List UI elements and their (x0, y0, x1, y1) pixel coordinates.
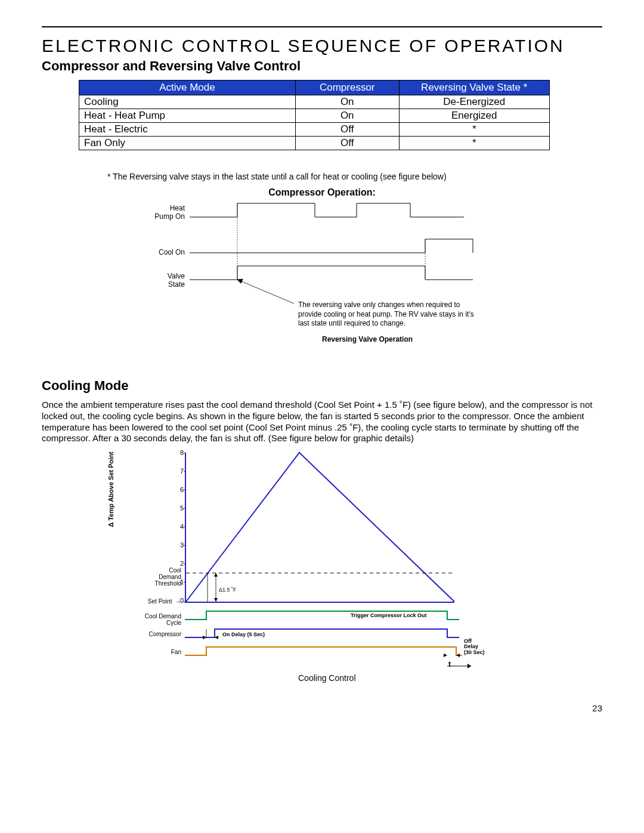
table-row: Heat - Electric Off * (79, 123, 550, 137)
cooling-mode-body: Once the ambient temperature rises past … (42, 400, 602, 444)
table-header-compressor: Compressor (295, 80, 399, 95)
fig2-label-set-point: Set Point → (137, 598, 181, 605)
figure1-title: Compressor Operation: (42, 187, 602, 198)
fig2-t-label: t (448, 660, 451, 668)
figure-cooling-control: Δ Temp Above Set Point 0 1 2 3 4 5 6 7 8 (137, 453, 507, 691)
fig2-off-delay-label: OffDelay(30 Sec) (464, 639, 485, 655)
fig1-label-heat-pump: HeatPump On (143, 204, 185, 221)
valve-control-table: Active Mode Compressor Reversing Valve S… (79, 80, 550, 150)
svg-marker-10 (203, 636, 206, 639)
section-title-compressor-valve: Compressor and Reversing Valve Control (42, 58, 602, 74)
fig2-label-fan: Fan (137, 649, 181, 655)
page-title: ELECTRONIC CONTROL SEQUENCE OF OPERATION (42, 36, 602, 56)
svg-line-2 (237, 280, 294, 304)
table-row: Heat - Heat Pump On Energized (79, 109, 550, 123)
page-number: 23 (42, 703, 602, 713)
table-row: Cooling On De-Energized (79, 95, 550, 109)
svg-marker-7 (214, 573, 218, 577)
fig1-bottom-caption: Reversing Valve Operation (322, 335, 413, 343)
fig2-delta-label: Δ1.5 ˚F (219, 587, 237, 593)
fig1-caption-text: The reversing valve only changes when re… (298, 301, 477, 329)
fig1-label-cool-on: Cool On (143, 248, 185, 256)
fig2-label-cool-demand-cycle: Cool Demand Cycle (137, 613, 181, 626)
fig1-label-valve-state: ValveState (143, 272, 185, 289)
svg-marker-8 (214, 598, 218, 602)
figure-compressor-operation: HeatPump On Cool On ValveState The rever… (143, 199, 501, 360)
fig2-yaxis-title: Δ Temp Above Set Point (107, 452, 114, 527)
fig2-trigger-label: Trigger Compressor Lock Out (351, 612, 427, 618)
table-header-active-mode: Active Mode (79, 80, 296, 95)
svg-marker-12 (444, 654, 447, 657)
svg-marker-3 (237, 279, 243, 283)
table-header-rv-state: Reversing Valve State * (399, 80, 549, 95)
fig2-label-compressor: Compressor (137, 631, 181, 637)
table-footnote: * The Reversing valve stays in the last … (107, 172, 602, 181)
fig2-on-delay-label: On Delay (5 Sec) (222, 631, 265, 637)
fig2-label-cool-demand-threshold: CoolDemandThreshold (137, 567, 181, 587)
table-row: Fan Only Off * (79, 137, 550, 150)
svg-marker-15 (467, 664, 471, 668)
fig2-caption: Cooling Control (298, 673, 356, 683)
section-title-cooling-mode: Cooling Mode (42, 378, 602, 394)
